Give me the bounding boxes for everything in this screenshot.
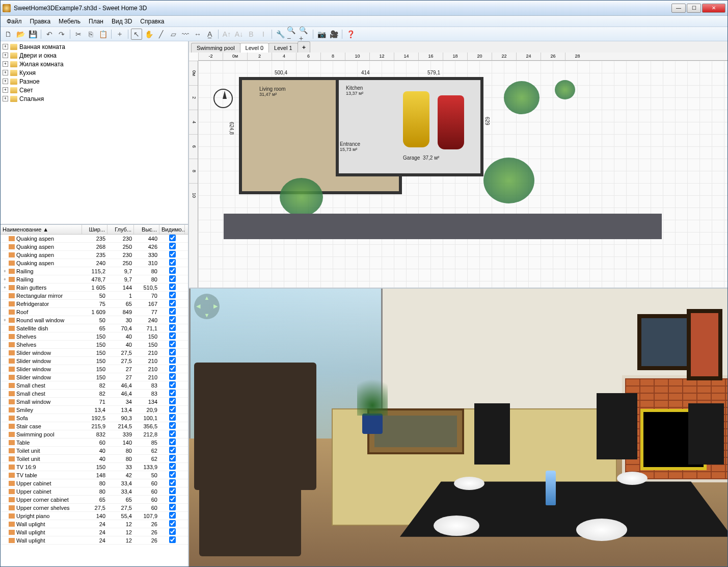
text-bigger-icon[interactable]: A↑ (221, 29, 232, 40)
visible-checkbox[interactable] (169, 243, 176, 249)
zoom-in-icon[interactable]: 🔍+ (299, 29, 310, 40)
tree-node[interactable]: +Жилая комната (2, 60, 187, 68)
furniture-row[interactable]: Slider window15027,5210 (1, 349, 188, 357)
close-button[interactable]: ✕ (702, 4, 725, 13)
titlebar[interactable]: SweetHome3DExample7.sh3d - Sweet Home 3D… (1, 1, 727, 16)
polyline-tool-icon[interactable]: 〰 (180, 29, 191, 40)
furniture-row[interactable]: Quaking aspen240250310 (1, 259, 188, 267)
furniture-row[interactable]: Wall uplight241226 (1, 536, 188, 545)
visible-checkbox[interactable] (169, 479, 176, 486)
furniture-row[interactable]: Shelves15040150 (1, 332, 188, 341)
visible-checkbox[interactable] (169, 398, 176, 404)
furniture-row[interactable]: Roof1 60984977 (1, 308, 188, 316)
furniture-header[interactable]: Наименование ▲ Шир... Глуб... Выс... Вид… (1, 225, 188, 235)
expand-icon[interactable]: + (3, 44, 8, 49)
furniture-row[interactable]: TV table1484250 (1, 471, 188, 479)
save-icon[interactable]: 💾 (27, 29, 38, 40)
italic-icon[interactable]: I (258, 29, 269, 40)
visible-checkbox[interactable] (169, 414, 176, 421)
furniture-row[interactable]: Quaking aspen268250426 (1, 243, 188, 251)
visible-checkbox[interactable] (169, 284, 176, 290)
furniture-row[interactable]: Table6014085 (1, 439, 188, 447)
visible-checkbox[interactable] (169, 487, 176, 494)
furniture-row[interactable]: Quaking aspen235230440 (1, 235, 188, 243)
tab-level-1[interactable]: Level 1 (268, 43, 298, 53)
furniture-row[interactable]: Upright piano14055,4107,9 (1, 512, 188, 520)
furniture-row[interactable]: Smiley13,413,420,9 (1, 406, 188, 414)
bold-icon[interactable]: B (246, 29, 257, 40)
paste-icon[interactable]: 📋 (97, 29, 109, 40)
furniture-row[interactable]: Upper corner shelves27,527,560 (1, 504, 188, 512)
visible-checkbox[interactable] (169, 422, 176, 429)
visible-checkbox[interactable] (169, 463, 176, 470)
visible-checkbox[interactable] (169, 512, 176, 519)
tree-node[interactable]: +Свет (2, 86, 187, 94)
visible-checkbox[interactable] (169, 357, 176, 364)
visible-checkbox[interactable] (169, 430, 176, 437)
visible-checkbox[interactable] (169, 259, 176, 266)
visible-checkbox[interactable] (169, 528, 176, 535)
pan-tool-icon[interactable]: ✋ (143, 29, 154, 40)
furniture-row[interactable]: Shelves15040150 (1, 341, 188, 349)
open-icon[interactable]: 📂 (15, 29, 26, 40)
tree-node[interactable]: +Разное (2, 77, 187, 86)
view-3d[interactable]: ▲ ◀▶ ▼ (189, 289, 727, 566)
tree-node[interactable]: +Спальня (2, 94, 187, 103)
visible-checkbox[interactable] (169, 332, 176, 339)
furniture-row[interactable]: +Railing478,79,780 (1, 275, 188, 284)
visible-checkbox[interactable] (169, 381, 176, 388)
expand-icon[interactable]: + (3, 61, 8, 67)
col-width[interactable]: Шир... (82, 225, 107, 234)
furniture-row[interactable]: Satellite dish6570,471,1 (1, 324, 188, 332)
photo-icon[interactable]: 📷 (316, 29, 327, 40)
cut-icon[interactable]: ✂ (73, 29, 84, 40)
expand-icon[interactable]: + (3, 53, 8, 58)
menu-edit[interactable]: Правка (26, 17, 55, 26)
visible-checkbox[interactable] (169, 471, 176, 478)
maximize-button[interactable]: ☐ (687, 4, 701, 13)
expand-icon[interactable]: + (3, 87, 8, 93)
expand-icon[interactable]: + (3, 70, 8, 75)
furniture-row[interactable]: Upper cabinet8033,460 (1, 479, 188, 487)
text-smaller-icon[interactable]: A↓ (233, 29, 245, 40)
visible-checkbox[interactable] (169, 235, 176, 241)
furniture-row[interactable]: Wall uplight241226 (1, 528, 188, 536)
visible-checkbox[interactable] (169, 308, 176, 315)
furniture-row[interactable]: Quaking aspen235230330 (1, 251, 188, 259)
furniture-row[interactable]: Slider window15027210 (1, 365, 188, 373)
furniture-row[interactable]: Sofa192,590,3100,1 (1, 414, 188, 422)
visible-checkbox[interactable] (169, 447, 176, 453)
col-height[interactable]: Выс... (134, 225, 159, 234)
settings-icon[interactable]: 🔧 (275, 29, 286, 40)
dimension-tool-icon[interactable]: ↔ (192, 29, 203, 40)
furniture-row[interactable]: Toilet unit408062 (1, 455, 188, 463)
furniture-row[interactable]: Rectangular mirror50170 (1, 292, 188, 300)
menu-furniture[interactable]: Мебель (55, 17, 85, 26)
visible-checkbox[interactable] (169, 520, 176, 527)
furniture-row[interactable]: Wall uplight241226 (1, 520, 188, 528)
new-icon[interactable]: 🗋 (3, 29, 14, 40)
visible-checkbox[interactable] (169, 341, 176, 347)
visible-checkbox[interactable] (169, 496, 176, 502)
catalog-tree[interactable]: +Ванная комната+Двери и окна+Жилая комна… (1, 41, 188, 225)
plan-canvas[interactable]: -20м246810121416182022242628 0м246810 50… (189, 53, 727, 288)
tab-swimming-pool[interactable]: Swimming pool (191, 43, 240, 53)
room-tool-icon[interactable]: ▱ (168, 29, 179, 40)
wall-tool-icon[interactable]: ╱ (155, 29, 167, 40)
visible-checkbox[interactable] (169, 504, 176, 510)
visible-checkbox[interactable] (169, 455, 176, 461)
furniture-row[interactable]: Upper corner cabinet656560 (1, 496, 188, 504)
visible-checkbox[interactable] (169, 316, 176, 323)
add-furniture-icon[interactable]: ＋ (114, 29, 125, 40)
visible-checkbox[interactable] (169, 373, 176, 380)
furniture-row[interactable]: Slider window15027210 (1, 373, 188, 381)
furniture-row[interactable]: Small window7134134 (1, 398, 188, 406)
menu-plan[interactable]: План (85, 17, 107, 26)
col-depth[interactable]: Глуб... (107, 225, 134, 234)
zoom-out-icon[interactable]: 🔍− (287, 29, 298, 40)
visible-checkbox[interactable] (169, 324, 176, 331)
furniture-row[interactable]: +Rain gutters1 605144510,5 (1, 284, 188, 292)
expand-icon[interactable]: + (3, 96, 8, 101)
minimize-button[interactable]: — (671, 4, 686, 13)
copy-icon[interactable]: ⎘ (85, 29, 96, 40)
